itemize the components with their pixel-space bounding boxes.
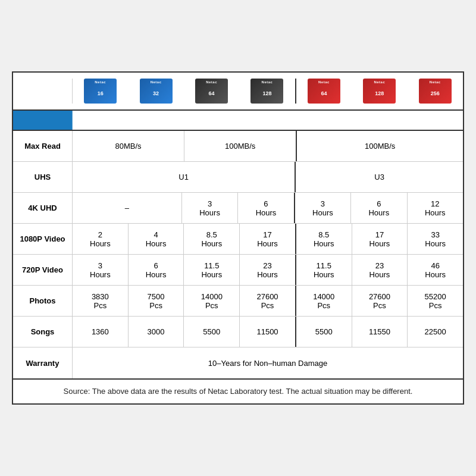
cell-0-1: 100MB/s xyxy=(184,131,297,161)
header-label xyxy=(13,111,73,130)
cell-2-4: 6 Hours xyxy=(351,193,407,223)
header-size-0: 16GB xyxy=(73,111,129,130)
cell-4-4: 11.5 Hours xyxy=(296,255,352,285)
card-image-3: Netac128 xyxy=(239,79,296,104)
row-3: 1080P Video2 Hours4 Hours8.5 Hours17 Hou… xyxy=(13,224,463,255)
cell-3-2: 8.5 Hours xyxy=(184,224,240,254)
cell-0-2: 100MB/s xyxy=(297,131,463,161)
header-size-5: 128GB xyxy=(352,111,408,130)
row-label-6: Songs xyxy=(13,317,73,347)
cell-5-2: 14000 Pcs xyxy=(184,286,240,316)
cell-4-5: 23 Hours xyxy=(352,255,408,285)
header-size-2: 64GB xyxy=(184,111,240,130)
card-image-2: Netac64 xyxy=(184,79,239,104)
cell-6-6: 22500 xyxy=(408,317,463,347)
card-image-4: Netac64 xyxy=(296,79,352,104)
source-row: Source: The above data are the results o… xyxy=(13,378,463,403)
header-size-1: 32GB xyxy=(129,111,184,130)
cell-0-0: 80MB/s xyxy=(73,131,184,161)
row-label-4: 720P Video xyxy=(13,255,73,285)
cell-5-1: 7500 Pcs xyxy=(129,286,184,316)
cell-3-3: 17 Hours xyxy=(240,224,296,254)
row-2: 4K UHD–3 Hours6 Hours3 Hours6 Hours12 Ho… xyxy=(13,193,463,224)
card-image-0: Netac16 xyxy=(73,79,128,104)
cell-5-4: 14000 Pcs xyxy=(296,286,352,316)
data-rows: Max Read80MB/s100MB/s100MB/sUHSU1U34K UH… xyxy=(13,131,463,378)
cell-6-1: 3000 xyxy=(129,317,184,347)
row-5: Photos3830 Pcs7500 Pcs14000 Pcs27600 Pcs… xyxy=(13,286,463,317)
row-4: 720P Video3 Hours6 Hours11.5 Hours23 Hou… xyxy=(13,255,463,286)
cell-7-0: 10–Years for Non–human Damage xyxy=(73,347,463,378)
cell-4-0: 3 Hours xyxy=(73,255,129,285)
row-label-3: 1080P Video xyxy=(13,224,73,254)
cell-6-4: 5500 xyxy=(296,317,352,347)
row-label-7: Warranty xyxy=(13,347,73,378)
card-image-1: Netac32 xyxy=(128,79,183,104)
card-image-5: Netac128 xyxy=(352,79,407,104)
cell-3-4: 8.5 Hours xyxy=(296,224,352,254)
images-cells: Netac16Netac32Netac64Netac128Netac64Neta… xyxy=(73,79,463,104)
row-1: UHSU1U3 xyxy=(13,162,463,193)
header-size-3: 128GB xyxy=(240,111,296,130)
cell-4-1: 6 Hours xyxy=(129,255,184,285)
row-label-2: 4K UHD xyxy=(13,193,73,223)
row-0: Max Read80MB/s100MB/s100MB/s xyxy=(13,131,463,162)
header-row: 16GB32GB64GB128GB64GB128GB256GB xyxy=(13,111,463,131)
images-label-cell xyxy=(13,79,73,104)
cell-5-6: 55200 Pcs xyxy=(408,286,463,316)
cell-4-2: 11.5 Hours xyxy=(184,255,240,285)
cell-6-3: 11500 xyxy=(240,317,296,347)
row-label-5: Photos xyxy=(13,286,73,316)
images-row: Netac16Netac32Netac64Netac128Netac64Neta… xyxy=(13,73,463,111)
cell-4-6: 46 Hours xyxy=(408,255,463,285)
row-7: Warranty10–Years for Non–human Damage xyxy=(13,347,463,378)
cell-3-5: 17 Hours xyxy=(352,224,408,254)
cell-6-0: 1360 xyxy=(73,317,129,347)
cell-4-3: 23 Hours xyxy=(240,255,296,285)
cell-3-0: 2 Hours xyxy=(73,224,129,254)
cell-1-1: U3 xyxy=(296,162,463,192)
cell-5-3: 27600 Pcs xyxy=(240,286,296,316)
cell-5-0: 3830 Pcs xyxy=(73,286,129,316)
cell-2-2: 6 Hours xyxy=(238,193,295,223)
cell-3-6: 33 Hours xyxy=(408,224,463,254)
cell-3-1: 4 Hours xyxy=(129,224,184,254)
header-size-6: 256GB xyxy=(408,111,463,130)
cell-6-5: 11550 xyxy=(352,317,408,347)
header-size-4: 64GB xyxy=(296,111,352,130)
cell-5-5: 27600 Pcs xyxy=(352,286,408,316)
cell-1-0: U1 xyxy=(73,162,296,192)
cell-2-0: – xyxy=(73,193,182,223)
cell-2-5: 12 Hours xyxy=(408,193,463,223)
main-container: Netac16Netac32Netac64Netac128Netac64Neta… xyxy=(12,71,464,405)
cell-2-3: 3 Hours xyxy=(295,193,351,223)
row-6: Songs1360300055001150055001155022500 xyxy=(13,317,463,347)
row-label-1: UHS xyxy=(13,162,73,192)
cell-2-1: 3 Hours xyxy=(182,193,238,223)
card-image-6: Netac256 xyxy=(408,79,463,104)
row-label-0: Max Read xyxy=(13,131,73,161)
cell-6-2: 5500 xyxy=(184,317,240,347)
